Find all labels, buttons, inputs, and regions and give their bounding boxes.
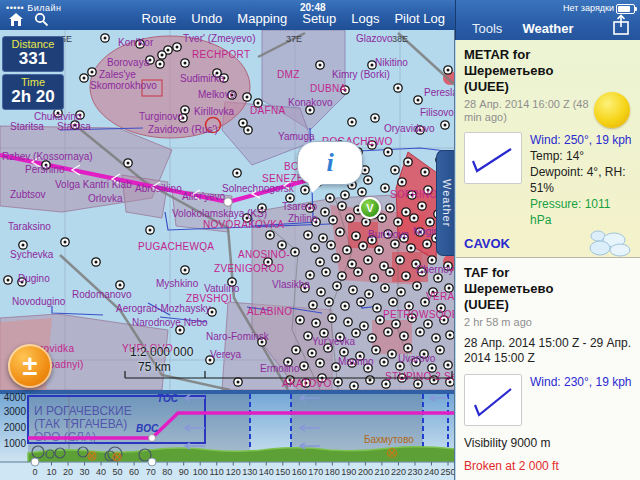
obstacle-symbol	[446, 331, 454, 339]
taf-broken-1: Broken at 2 000 ft	[464, 458, 632, 474]
obstacle-symbol	[80, 74, 88, 82]
obstacle-symbol	[300, 362, 308, 370]
metar-dewpoint: Dewpoint: 4°, RH: 51%	[530, 164, 632, 196]
obstacle-symbol	[359, 242, 367, 250]
map-label: Vlasikha	[272, 279, 310, 290]
profile-waypoint-dot-2	[148, 458, 156, 466]
map-label: Tver' (Zmeyevo)	[183, 33, 255, 44]
home-icon[interactable]	[8, 12, 24, 31]
obstacle-symbol	[444, 66, 452, 74]
menu-pilot-log[interactable]: Pilot Log	[394, 11, 445, 26]
obstacle-symbol	[321, 208, 329, 216]
obstacle-symbol	[407, 244, 415, 252]
weather-panel: METAR for Шереметьево (UUEE) 28 Апр. 201…	[456, 40, 640, 480]
obstacle-symbol	[278, 241, 286, 249]
obstacle-symbol	[381, 284, 389, 292]
tab-tools[interactable]: Tools	[472, 21, 502, 36]
obstacle-symbol	[348, 260, 356, 268]
profile-cta-name-2: (ТАК ТЯГАЧЕВА)	[34, 417, 127, 431]
waypoint-info-balloon[interactable]: i	[297, 141, 363, 185]
weather-slide-tab[interactable]: Weather	[436, 150, 455, 256]
map-label: Kon'Kor	[118, 37, 154, 48]
menu-setup[interactable]: Setup	[302, 11, 336, 26]
map-zoom-button[interactable]: ±	[8, 344, 52, 388]
route-waypoint-dot[interactable]	[224, 198, 232, 206]
map-label: Bun'kovo	[368, 229, 409, 240]
distance-tick-label: 30	[80, 467, 90, 477]
distance-tick-label: 230	[407, 467, 422, 477]
map-label: Zubtsov	[10, 189, 46, 200]
obstacle-symbol	[146, 226, 154, 234]
map-toolbar: ••••• Билайн 20:48 Route Undo Mapping Se…	[0, 0, 455, 30]
altitude-tick-label: 4000	[4, 392, 27, 403]
profile-waypoint-dot-1	[31, 458, 39, 466]
map-label: Novodugino	[12, 296, 66, 307]
obstacle-symbol	[384, 148, 392, 156]
menu-undo[interactable]: Undo	[191, 11, 222, 26]
main-menu: Route Undo Mapping Setup Logs Pilot Log	[142, 11, 445, 26]
balloon-tail	[308, 182, 324, 193]
obstacle-symbol	[319, 234, 327, 242]
sun-icon	[594, 92, 630, 128]
obstacle-symbol	[396, 256, 404, 264]
obstacle-symbol	[349, 286, 357, 294]
map-label: Rzhev (Kossornaya)	[2, 151, 93, 162]
obstacle-symbol	[391, 166, 399, 174]
menu-route[interactable]: Route	[142, 11, 177, 26]
obstacle-symbol	[413, 282, 421, 290]
obstacle-symbol	[322, 268, 330, 276]
map-label: RECHPORT	[192, 49, 250, 60]
map-canvas[interactable]: 35E37E38EKon'KorTver' (Zmeyevo)RECHPORTB…	[0, 30, 455, 390]
obstacle-symbol	[325, 298, 333, 306]
obstacle-symbol	[336, 228, 344, 236]
battery-icon	[616, 4, 635, 14]
map-label: SOFRINO	[390, 189, 438, 200]
distance-tick-label: 150	[275, 467, 290, 477]
v-marker-label: V	[366, 202, 373, 214]
obstacle-symbol	[329, 216, 337, 224]
search-icon[interactable]	[34, 12, 49, 31]
map-label: Pereslavl'-Z	[424, 87, 455, 98]
obstacle-symbol	[338, 202, 346, 210]
obstacle-symbol	[386, 204, 394, 212]
map-label: DUBNA	[310, 83, 347, 94]
map-label: Volga Kantri Klab	[55, 179, 132, 190]
share-icon[interactable]	[612, 14, 630, 40]
map-label: DMZ	[277, 69, 300, 80]
menu-logs[interactable]: Logs	[351, 11, 379, 26]
menu-mapping[interactable]: Mapping	[237, 11, 287, 26]
obstacle-symbol	[354, 268, 362, 276]
obstacle-symbol	[306, 271, 314, 279]
obstacle-symbol	[327, 241, 335, 249]
metar-wind-chart	[464, 132, 522, 184]
obstacle-symbol	[116, 281, 124, 289]
obstacle-symbol	[317, 288, 325, 296]
map-label: Zhilino	[288, 213, 318, 224]
obstacle-symbol	[181, 59, 189, 67]
route-summary-hud: Distance 331 Time 2h 20	[2, 36, 64, 112]
distance-tick-label: 60	[129, 467, 139, 477]
map-label: Turginovo	[139, 111, 184, 122]
app-window: 35E37E38EKon'KorTver' (Zmeyevo)RECHPORTB…	[0, 0, 640, 480]
distance-tick-label: 90	[179, 467, 189, 477]
taf-period: 28 Апр. 2014 15:00 Z - 29 Апр. 2014 15:0…	[464, 336, 632, 366]
obstacle-symbol	[434, 274, 442, 282]
map-label: Tsarevo	[282, 201, 317, 212]
elevation-profile[interactable]: И РОГАЧЕВСКИЕ (ТАК ТЯГАЧЕВА) ОРО (СЛА) T…	[0, 390, 455, 480]
distance-tick-label: 80	[162, 467, 172, 477]
obstacle-symbol	[326, 194, 334, 202]
altitude-tick-label: 1000	[4, 438, 27, 449]
map-label: STUPINO-2 Seve	[385, 371, 455, 382]
metar-age: 28 Апр. 2014 16:00 Z (48 min ago)	[464, 98, 594, 124]
obstacle-symbol	[304, 332, 312, 340]
map-label: Kimry (Borki)	[332, 69, 390, 80]
tab-weather[interactable]: Weather	[522, 21, 573, 36]
obstacle-symbol	[173, 43, 181, 51]
obstacle-symbol	[291, 248, 299, 256]
obstacle-symbol	[61, 238, 69, 246]
obstacle-symbol	[394, 84, 402, 92]
aircraft-position-marker[interactable]: V	[359, 197, 381, 219]
distance-value: 331	[3, 50, 63, 68]
map-label: Borovaya	[107, 57, 150, 68]
taf-visibility: Visibility 9000 m	[464, 436, 632, 450]
